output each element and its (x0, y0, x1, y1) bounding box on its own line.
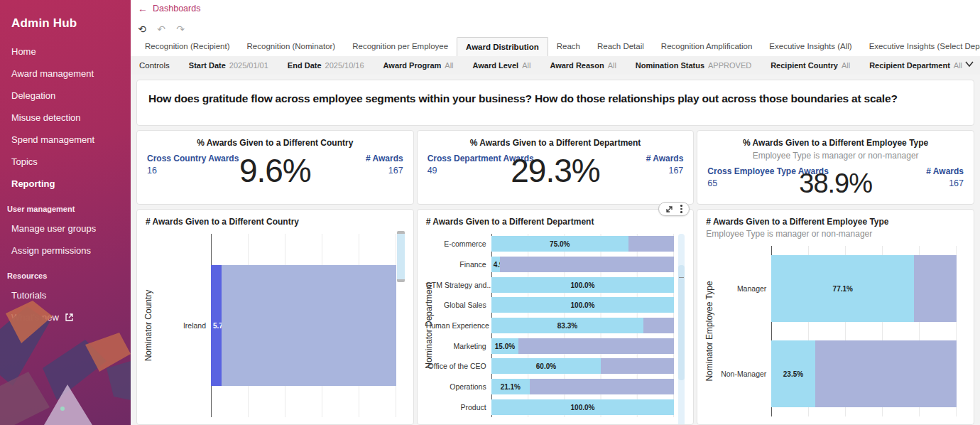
bar-value-label: 100.0% (571, 301, 595, 309)
sidebar-section-resources: Resources (0, 262, 131, 284)
filter-start-date[interactable]: Start Date2025/01/01 (189, 61, 268, 70)
bar-segment-highlight[interactable]: 77.1% (771, 255, 914, 322)
filter-award-reason[interactable]: Award ReasonAll (550, 61, 616, 70)
tab-reach-detail[interactable]: Reach Detail (589, 37, 653, 56)
chart-bar-row: Manager77.1% (706, 255, 965, 322)
filter-award-program[interactable]: Award ProgramAll (383, 61, 454, 70)
bar-segment-highlight[interactable]: 60.0% (491, 358, 601, 374)
kpi-subtitle: Employee Type is manager or non-manager (707, 151, 964, 161)
sidebar-item-award-management[interactable]: Award management (0, 63, 131, 85)
kpi-title: % Awards Given to a Different Department (428, 138, 684, 148)
back-to-dashboards-link[interactable]: ← Dashboards (138, 3, 200, 14)
bar-segment-rest[interactable] (643, 318, 674, 333)
sidebar-item-delegation[interactable]: Delegation (0, 85, 131, 107)
stacked-bar: 5.7% (211, 265, 396, 386)
filter-recipient-country[interactable]: Recipient CountryAll (771, 61, 850, 70)
refresh-icon[interactable]: ⟲ (136, 23, 148, 36)
expand-icon[interactable] (665, 205, 673, 213)
filter-end-date[interactable]: End Date2025/10/16 (288, 61, 364, 70)
filters-strip: Start Date2025/01/01End Date2025/10/16Aw… (189, 61, 980, 70)
controls-title: Controls (139, 61, 170, 70)
sidebar-item-assign-permissions[interactable]: Assign permissions (0, 240, 131, 262)
tab-recognition-recipient-[interactable]: Recognition (Recipient) (136, 37, 239, 56)
stacked-bar: 100.0% (491, 399, 675, 415)
chart-title: # Awards Given to a Different Employee T… (706, 217, 965, 227)
kpi-card: % Awards Given to a Different Employee T… (697, 130, 974, 205)
bar-segment-highlight[interactable]: 100.0% (491, 277, 675, 293)
redo-icon[interactable]: ↷ (174, 23, 187, 36)
tab-recognition-amplification[interactable]: Recognition Amplification (653, 37, 761, 56)
scrollbar-grip (679, 277, 684, 279)
sidebar-item-what-s-new[interactable]: What's new (0, 306, 131, 330)
bar-segment-rest[interactable] (914, 255, 957, 322)
filter-nomination-status[interactable]: Nomination StatusAPPROVED (636, 61, 751, 70)
bar-value-label: 23.5% (783, 370, 803, 378)
plot-area: Nominator CountryIreland5.7% (146, 234, 405, 417)
bar-segment-highlight[interactable]: 23.5% (771, 340, 815, 407)
chart-bar-row: Finance4.9% (426, 257, 685, 272)
bar-segment-rest[interactable] (628, 236, 674, 252)
chart-subtitle: Employee Type is manager or non-manager (706, 229, 965, 239)
bar-value-label: 77.1% (833, 285, 853, 293)
chart-card: # Awards Given to a Different Department… (417, 209, 695, 425)
external-link-icon (65, 313, 74, 324)
chart-row: # Awards Given to a Different CountryNom… (136, 209, 974, 425)
bar-value-label: 83.3% (557, 321, 577, 329)
kpi-right-label: # Awards (646, 154, 684, 163)
sidebar-item-home[interactable]: Home (0, 41, 131, 63)
sidebar-nav: HomeAward managementDelegationMisuse det… (0, 41, 131, 330)
bar-value-label: 75.0% (550, 240, 570, 248)
sidebar-item-spend-management[interactable]: Spend management (0, 129, 131, 151)
insight-question-text: How does gratitude flow across employee … (148, 92, 962, 105)
bar-segment-highlight[interactable]: 100.0% (491, 399, 675, 415)
tab-award-distribution[interactable]: Award Distribution (457, 37, 548, 56)
sidebar-item-manage-user-groups[interactable]: Manage user groups (0, 217, 131, 240)
stacked-bar: 100.0% (491, 297, 675, 313)
scrollbar-thumb[interactable] (678, 265, 685, 380)
kpi-right-value: 167 (646, 166, 684, 176)
sidebar-item-topics[interactable]: Topics (0, 151, 131, 173)
tab-recognition-per-employee[interactable]: Recognition per Employee (344, 37, 457, 56)
undo-icon[interactable]: ↶ (155, 23, 168, 36)
kpi-right-stat: # Awards167 (926, 166, 964, 188)
bar-segment-highlight[interactable]: 4.9% (491, 257, 501, 272)
bar-segment-rest[interactable] (530, 379, 674, 394)
kpi-right-label: # Awards (366, 154, 403, 163)
bar-segment-rest[interactable] (518, 338, 674, 354)
chart-bar-row: E-commerce75.0% (426, 236, 685, 252)
kpi-left-stat: Cross Country Awards16 (147, 154, 239, 176)
chevron-down-icon[interactable] (964, 60, 974, 69)
bar-segment-highlight[interactable]: 21.1% (491, 379, 530, 394)
bar-segment-highlight[interactable]: 5.7% (211, 265, 222, 386)
kpi-right-stat: # Awards167 (646, 154, 684, 176)
bar-segment-highlight[interactable]: 83.3% (491, 318, 644, 333)
tab-executive-insights-all-[interactable]: Executive Insights (All) (761, 37, 860, 56)
category-label: Marketing (426, 342, 491, 350)
sidebar-item-reporting[interactable]: Reporting (0, 173, 131, 195)
chart-scrollbar[interactable] (678, 234, 685, 425)
bar-segment-rest[interactable] (500, 257, 674, 272)
bar-segment-rest[interactable] (815, 340, 957, 407)
bar-segment-highlight[interactable]: 100.0% (491, 297, 675, 313)
filter-award-level[interactable]: Award LevelAll (473, 61, 531, 70)
dashboard-content: How does gratitude flow across employee … (131, 75, 980, 425)
tab-executive-insights-select-department-[interactable]: Executive Insights (Select Department) (861, 37, 980, 56)
chart-scrollbar[interactable] (397, 231, 405, 282)
tab-recognition-nominator-[interactable]: Recognition (Nominator) (239, 37, 344, 56)
tab-reach[interactable]: Reach (548, 37, 589, 56)
bar-segment-highlight[interactable]: 75.0% (491, 236, 628, 252)
chart-bar-row: GTM Strategy and...100.0% (426, 277, 685, 293)
bar-segment-rest[interactable] (222, 265, 396, 386)
category-label: Manager (706, 284, 771, 293)
filter-recipient-department[interactable]: Recipient DepartmentAll (869, 61, 962, 70)
sidebar-item-misuse-detection[interactable]: Misuse detection (0, 107, 131, 129)
bar-segment-highlight[interactable]: 15.0% (491, 338, 519, 354)
kebab-menu-icon[interactable] (680, 205, 682, 213)
bar-segment-rest[interactable] (601, 358, 674, 374)
stacked-bar: 60.0% (491, 358, 675, 374)
sidebar-item-tutorials[interactable]: Tutorials (0, 284, 131, 306)
controls-bar: Controls Start Date2025/01/01End Date202… (131, 56, 980, 75)
kpi-title: % Awards Given to a Different Country (147, 138, 403, 148)
chart-title: # Awards Given to a Different Country (146, 217, 405, 227)
category-label: Finance (426, 260, 491, 269)
